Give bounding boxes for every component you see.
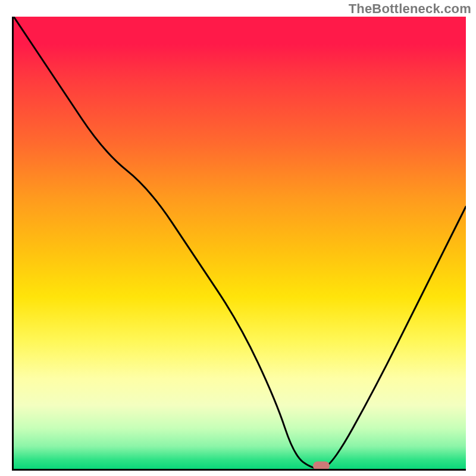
watermark-text: TheBottleneck.com — [349, 1, 471, 17]
plot-area — [12, 17, 466, 471]
chart-stage: TheBottleneck.com — [0, 0, 476, 476]
bottleneck-curve — [14, 17, 466, 469]
curve-svg — [14, 17, 466, 469]
optimum-marker — [313, 462, 330, 471]
